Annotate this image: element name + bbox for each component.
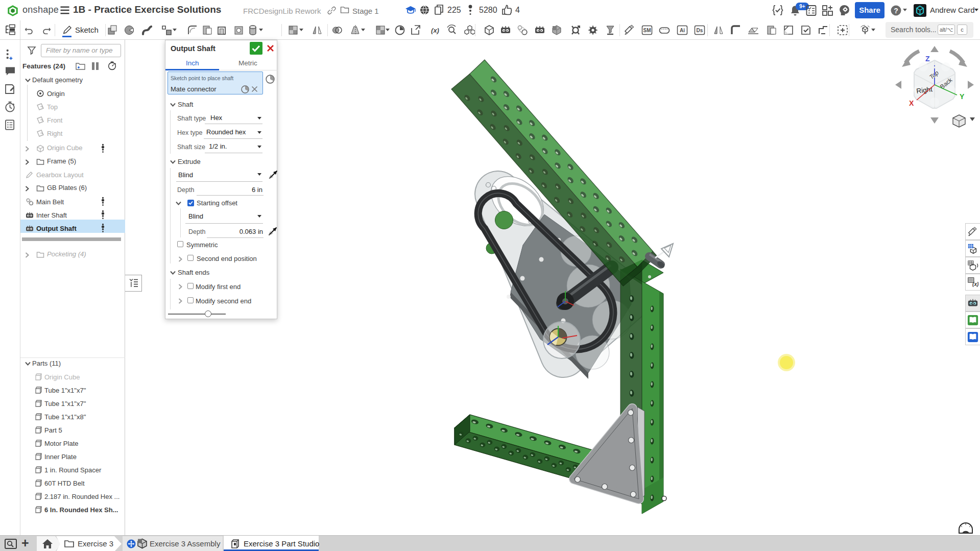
svg-text:X: X (909, 99, 914, 107)
svg-text:SM: SM (643, 28, 651, 33)
svg-text:Y: Y (960, 92, 965, 101)
svg-text:(x): (x) (972, 281, 978, 287)
svg-text:Ai: Ai (680, 28, 685, 33)
svg-text:Ds: Ds (697, 28, 703, 33)
svg-text:?: ? (894, 7, 898, 15)
svg-text:(x): (x) (431, 27, 439, 34)
svg-text:Z: Z (925, 55, 930, 63)
